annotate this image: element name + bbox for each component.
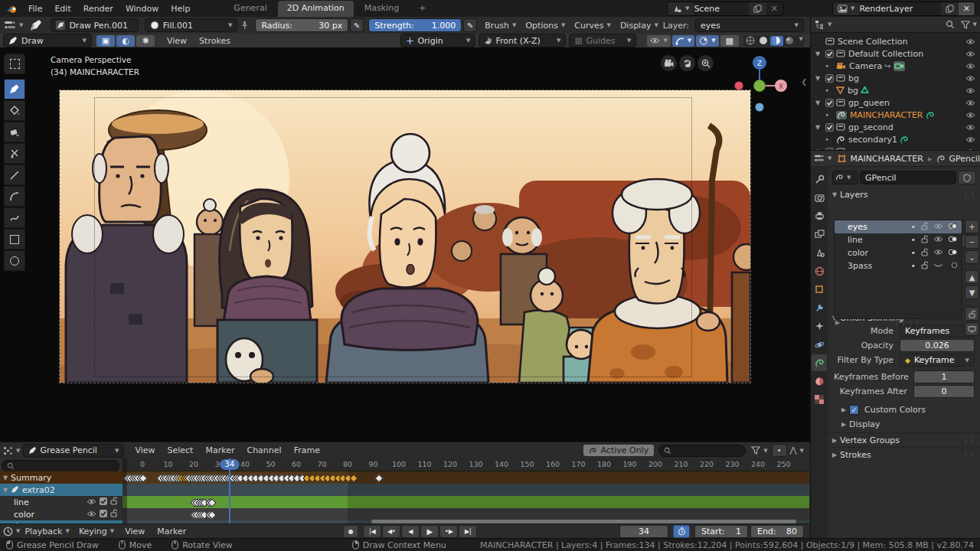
menu-help[interactable]: Help <box>165 4 196 14</box>
material-selector[interactable]: Fill.001 ▼ <box>145 18 238 32</box>
channel-mute-checkbox[interactable] <box>100 497 107 507</box>
sidebar-collapse-arrow[interactable]: ❮ <box>801 78 807 86</box>
custom-colors-checkbox[interactable]: ✓ <box>849 405 859 415</box>
onion-dot-icon[interactable]: • <box>911 248 916 258</box>
layer-row-3pass[interactable]: 3pass• <box>835 259 962 272</box>
blender-logo-icon[interactable] <box>6 4 18 14</box>
tool-curve[interactable] <box>4 207 25 228</box>
breadcrumb-object[interactable]: MAINCHARACTER <box>850 154 923 164</box>
properties-tab-modifiers[interactable] <box>812 299 827 316</box>
workspace-tab-masking[interactable]: Masking <box>355 1 408 18</box>
pan-view-button[interactable] <box>679 55 695 71</box>
current-frame-indicator[interactable]: 34 <box>220 459 240 470</box>
jump-end-button[interactable]: ▶| <box>459 525 477 538</box>
onion-dot-icon[interactable]: • <box>911 222 916 232</box>
channel-color[interactable]: color <box>0 508 122 520</box>
properties-tab-output[interactable] <box>812 207 827 224</box>
onion-mode-dropdown[interactable]: Keyframes▼ <box>900 324 975 337</box>
timeline-view-menu[interactable]: View <box>119 527 151 536</box>
eye-icon[interactable] <box>933 235 943 245</box>
outliner-row-default-collection[interactable]: ▼Default Collection <box>811 47 980 60</box>
outliner-row-camera[interactable]: ▸Camera↪ <box>811 60 980 72</box>
onion-dot-icon[interactable]: • <box>911 261 916 271</box>
hide-eye-icon[interactable] <box>965 75 975 82</box>
keying-menu[interactable]: Keying▼ <box>74 527 119 536</box>
radius-slider[interactable]: Radius: 30 px <box>255 18 348 32</box>
collection-checkbox[interactable] <box>825 99 834 107</box>
collection-checkbox[interactable] <box>825 50 834 58</box>
hide-eye-icon[interactable] <box>965 87 975 94</box>
render-layer-selector[interactable]: ▼ RenderLayer ✕ <box>832 2 975 16</box>
panel-vertex-groups[interactable]: ▶Vertex Groups⋮⋮ <box>828 432 980 447</box>
multiframe-toggle[interactable]: ▣ <box>96 35 115 47</box>
outliner-row-gp-queen[interactable]: ▼gp_queen <box>811 96 980 109</box>
gpencil-name-field[interactable]: GPencil <box>860 171 956 184</box>
overlays-toggle[interactable]: ▼ <box>696 35 718 47</box>
use-preview-range-button[interactable] <box>673 525 690 538</box>
channel-eye-icon[interactable] <box>87 510 96 520</box>
editor-type-button[interactable]: ▼ <box>4 20 23 31</box>
popover-options[interactable]: Options ▼ <box>521 21 570 31</box>
navigation-gizmo[interactable]: Z X <box>732 55 787 113</box>
breadcrumb-data[interactable]: GPencil <box>949 154 980 164</box>
layers-panel-header[interactable]: ▼Layers ⋮⋮ <box>828 187 980 201</box>
layer-dropdown[interactable]: eyes ▼ <box>695 18 804 32</box>
channel-mute-checkbox[interactable] <box>100 510 107 520</box>
properties-tab-physics[interactable] <box>812 336 827 353</box>
timeline-marker-menu[interactable]: Marker <box>151 527 192 536</box>
lock-icon[interactable] <box>921 222 929 233</box>
collection-checkbox[interactable] <box>825 74 834 83</box>
channel-eye-icon[interactable] <box>87 497 96 507</box>
gizmo-toggle[interactable]: ▼ <box>672 35 694 47</box>
outliner-filter-icon[interactable]: ▼ <box>961 21 977 29</box>
jump-start-button[interactable]: |◀ <box>363 525 381 538</box>
dope-sheet-menu-select[interactable]: Select <box>162 445 200 455</box>
viewport[interactable]: Camera Perspective (34) MAINCHARACTER Z … <box>0 47 810 442</box>
onion-dot-icon[interactable]: • <box>911 235 916 245</box>
disclosure-triangle[interactable]: ▼ <box>3 487 11 494</box>
disclosure-triangle[interactable]: ▸ <box>826 112 834 118</box>
playback-menu[interactable]: Playback▼ <box>20 527 74 536</box>
disclosure-triangle[interactable]: ▼ <box>3 474 11 481</box>
tool-draw[interactable] <box>4 79 25 99</box>
pin-icon[interactable] <box>240 21 249 30</box>
channel-extra02[interactable]: ▼extra02 <box>0 484 122 496</box>
onion-skin-icon[interactable] <box>948 261 958 271</box>
hide-eye-icon[interactable] <box>965 136 975 143</box>
dope-sheet-filter-icon[interactable]: ▼ <box>751 446 767 455</box>
popover-display[interactable]: Display ▼ <box>616 21 663 31</box>
layer-row-line[interactable]: line• <box>835 233 962 246</box>
scene-browse-icon[interactable]: ▼ <box>668 2 694 15</box>
disclosure-triangle[interactable]: ▸ <box>826 136 834 142</box>
tool-line[interactable] <box>4 165 25 185</box>
orientation-dropdown[interactable]: Front (X-Z) ▼ <box>479 34 566 47</box>
dope-sheet-menu-view[interactable]: View <box>129 445 161 455</box>
timeline-editor-type-icon[interactable]: ▼ <box>3 527 20 536</box>
outliner-editor-type-icon[interactable]: ▼ <box>815 20 831 29</box>
scene-copies-icon[interactable] <box>749 2 766 15</box>
tool-select-box[interactable] <box>4 54 25 74</box>
prev-keyframe-button[interactable]: ◀• <box>382 525 400 538</box>
scene-name[interactable]: Scene <box>694 4 748 14</box>
shading-rendered-button[interactable] <box>783 36 796 46</box>
outliner-row-gp-second[interactable]: ▼gp_second <box>811 121 980 133</box>
layer-list-resize-grip[interactable]: ⋮⋮⋮⋮ <box>893 319 921 326</box>
dope-sheet-content[interactable]: ▼Summary▼extra02linecolor▼GPencil 010203… <box>0 458 810 524</box>
disclosure-triangle[interactable]: ▼ <box>815 99 823 106</box>
move-layer-up-button[interactable]: ▲ <box>965 270 979 284</box>
play-button[interactable]: ▶ <box>420 525 439 538</box>
viewport-menu-strokes[interactable]: Strokes <box>193 36 237 46</box>
scene-selector[interactable]: ▼ Scene ✕ <box>667 2 783 16</box>
current-frame-field[interactable]: 34 <box>619 525 668 538</box>
dope-sheet-menu-channel[interactable]: Channel <box>240 445 287 455</box>
xray-toggle[interactable]: ▩ <box>720 35 739 47</box>
lock-icon[interactable] <box>921 248 929 259</box>
next-keyframe-button[interactable]: •▶ <box>439 525 458 538</box>
gpencil-browse-button[interactable]: ▼ <box>832 171 858 184</box>
tool-fill[interactable] <box>4 100 25 121</box>
dope-sheet-timeline[interactable]: 0102030405060708090100110120130140150160… <box>122 458 809 524</box>
shading-material-button[interactable] <box>770 36 783 46</box>
channel-lock-icon[interactable] <box>110 497 118 507</box>
menu-file[interactable]: File <box>22 4 48 14</box>
dope-sheet-filter-search[interactable] <box>658 445 746 457</box>
